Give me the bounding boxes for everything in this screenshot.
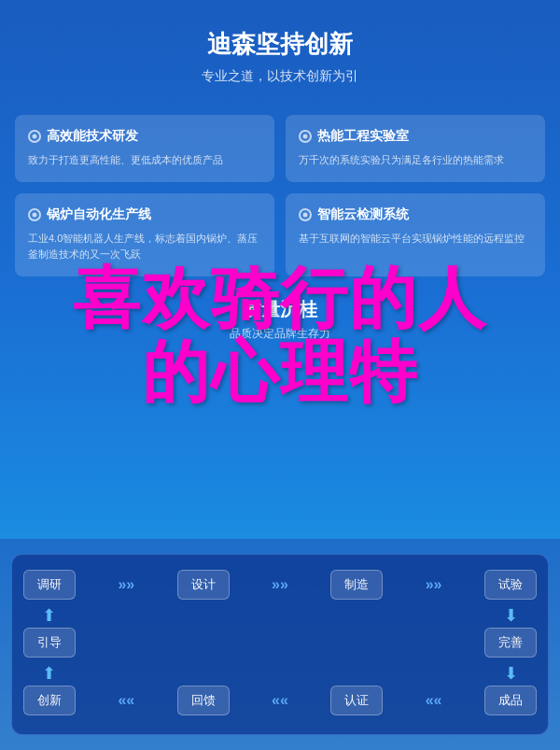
card-2-icon — [299, 130, 312, 143]
arrow-down-right-2: ⬇ — [504, 663, 518, 684]
flow-row-1: 调研 »» 设计 »» 制造 »» 试验 — [23, 570, 537, 600]
flow-item-certify: 认证 — [330, 686, 383, 715]
main-title: 迪森坚持创新 — [19, 28, 541, 61]
card-4: 智能云检测系统 基于互联网的智能云平台实现锅炉性能的远程监控 — [286, 193, 545, 276]
flow-item-innovate: 创新 — [23, 686, 76, 715]
arrow-down-left: ⬆ — [42, 605, 56, 626]
card-4-desc: 基于互联网的智能云平台实现锅炉性能的远程监控 — [299, 231, 532, 248]
card-1: 高效能技术研发 致力于打造更高性能、更低成本的优质产品 — [15, 115, 274, 182]
arrow-row-1: ⬆ ⬇ — [23, 603, 537, 628]
card-3: 锅炉自动化生产线 工业4.0智能机器人生产线，标志着国内锅炉、蒸压釜制造技术的又… — [15, 193, 274, 276]
flow-arrow-1: »» — [118, 576, 134, 593]
card-4-title: 智能云检测系统 — [317, 206, 409, 223]
flow-section: 调研 »» 设计 »» 制造 »» 试验 ⬆ ⬇ 引导 完善 ⬆ ⬇ 创新 «« — [0, 539, 560, 750]
card-1-title: 高效能技术研发 — [47, 128, 138, 145]
quality-title: 质量沉桂 — [19, 297, 541, 322]
card-3-title: 锅炉自动化生产线 — [47, 206, 151, 223]
card-2: 热能工程实验室 万千次的系统实验只为满足各行业的热能需求 — [286, 115, 545, 182]
card-3-icon — [28, 208, 41, 221]
card-3-header: 锅炉自动化生产线 — [28, 206, 261, 223]
flow-item-research: 调研 — [23, 570, 76, 600]
flow-item-guide: 引导 — [23, 628, 76, 658]
flow-item-manufacture: 制造 — [330, 570, 383, 600]
card-1-header: 高效能技术研发 — [28, 128, 261, 145]
flow-row-2: 引导 完善 — [23, 628, 537, 658]
flow-arrow-2: »» — [272, 576, 288, 593]
cards-grid: 高效能技术研发 致力于打造更高性能、更低成本的优质产品 热能工程实验室 万千次的… — [0, 104, 560, 288]
arrow-row-2: ⬆ ⬇ — [23, 661, 537, 686]
sub-title: 专业之道，以技术创新为引 — [19, 68, 541, 85]
arrow-up-left: ⬆ — [42, 663, 56, 684]
flow-arrow-6: «« — [426, 692, 442, 709]
flow-item-feedback: 回馈 — [177, 686, 230, 715]
flow-arrow-4: «« — [118, 692, 134, 709]
card-3-desc: 工业4.0智能机器人生产线，标志着国内锅炉、蒸压釜制造技术的又一次飞跃 — [28, 231, 261, 263]
flow-item-test: 试验 — [484, 570, 537, 600]
card-1-icon — [28, 130, 41, 143]
flow-item-product: 成品 — [484, 686, 537, 715]
flow-item-design: 设计 — [177, 570, 230, 600]
quality-sub: 品质决定品牌生存力 — [19, 326, 541, 342]
flow-row-3: 创新 «« 回馈 «« 认证 «« 成品 — [23, 686, 537, 715]
arrow-down-right: ⬇ — [504, 605, 518, 626]
card-1-desc: 致力于打造更高性能、更低成本的优质产品 — [28, 152, 261, 169]
quality-section: 质量沉桂 品质决定品牌生存力 — [0, 288, 560, 349]
card-2-desc: 万千次的系统实验只为满足各行业的热能需求 — [299, 152, 532, 169]
flow-arrow-3: »» — [426, 576, 442, 593]
card-4-icon — [299, 208, 312, 221]
card-4-header: 智能云检测系统 — [299, 206, 532, 223]
card-2-title: 热能工程实验室 — [317, 128, 409, 145]
flow-arrow-5: «« — [272, 692, 288, 709]
header-section: 迪森坚持创新 专业之道，以技术创新为引 — [0, 0, 560, 104]
flow-box: 调研 »» 设计 »» 制造 »» 试验 ⬆ ⬇ 引导 完善 ⬆ ⬇ 创新 «« — [11, 554, 549, 735]
card-2-header: 热能工程实验室 — [299, 128, 532, 145]
flow-item-improve: 完善 — [484, 628, 537, 658]
